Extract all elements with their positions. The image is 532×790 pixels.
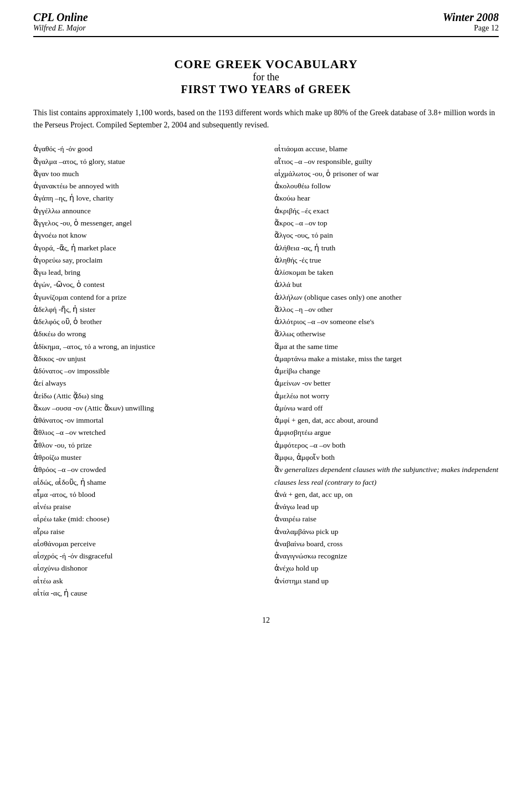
list-item: ἀναλαμβάνω pick up: [274, 526, 499, 538]
list-item: ἄγω lead, bring: [33, 266, 258, 279]
title-line2: for the: [33, 71, 499, 83]
list-item: ἀμείνων -ον better: [274, 377, 499, 389]
list-item: ἀείδω (Attic ᾄδω) sing: [33, 390, 258, 402]
list-item: αἰτιάομαι accuse, blame: [274, 143, 499, 155]
author-name: Wilfred E. Major: [33, 24, 88, 33]
list-item: ἀνίστημι stand up: [274, 575, 499, 587]
page-number-footer: 12: [262, 616, 270, 624]
list-item: ἀθάνατος -ον immortal: [33, 414, 258, 427]
list-item: ἀλλήλων (oblique cases only) one another: [274, 291, 499, 304]
list-item: ἀμείβω change: [274, 365, 499, 377]
journal-title: CPL Online: [33, 11, 88, 24]
list-item: ἀκολουθέω follow: [274, 180, 499, 192]
list-item: ἄγαλμα –ατος, τό glory, statue: [33, 156, 258, 168]
list-item: ἆθλον -ου, τό prize: [33, 439, 258, 452]
list-item: ἁλίσκομαι be taken: [274, 266, 499, 279]
list-item: αἴρω raise: [33, 526, 258, 538]
list-item: ἄλλως otherwise: [274, 328, 499, 340]
list-item: αἱρέω take (mid: choose): [33, 513, 258, 525]
list-item: ἀγορά, -ᾶς, ἡ market place: [33, 242, 258, 254]
list-item: ἀγορεύω say, proclaim: [33, 254, 258, 266]
list-item: ἅμα at the same time: [274, 341, 499, 353]
issue-season: Winter 2008: [443, 11, 499, 24]
list-item: ἀνά + gen, dat, acc up, on: [274, 489, 499, 501]
list-item: ἀγαθός -ή -όν good: [33, 143, 258, 155]
list-item: ἀμφισβητέω argue: [274, 427, 499, 439]
title-line3: FIRST TWO YEARS of GREEK: [33, 83, 499, 96]
header-right: Winter 2008 Page 12: [443, 11, 499, 33]
list-item: ἀθροίζω muster: [33, 452, 258, 464]
list-item: ἄγαν too much: [33, 168, 258, 180]
list-item: αἰνέω praise: [33, 501, 258, 513]
list-item: ἄν generalizes dependent clauses with th…: [274, 464, 499, 489]
list-item: ἄθλιος –α –ον wretched: [33, 427, 258, 439]
list-item: ἀγνοέω not know: [33, 229, 258, 242]
list-item: ἀνάγω lead up: [274, 501, 499, 513]
list-item: ἀγωνίζομαι contend for a prize: [33, 291, 258, 304]
list-item: ἀγών, -ῶνος, ὁ contest: [33, 279, 258, 291]
document-title: CORE GREEK VOCABULARY for the FIRST TWO …: [33, 57, 499, 96]
page-footer: 12: [33, 616, 499, 625]
list-item: ἀλλότριος –α –ον someone else's: [274, 316, 499, 328]
list-item: αἰσχύνω dishonor: [33, 562, 258, 574]
page-number-header: Page 12: [474, 24, 499, 33]
list-item: ἄκων –ουσα -ον (Attic ἄκων) unwilling: [33, 402, 258, 414]
list-item: ἀγάπη –ης, ἡ love, charity: [33, 192, 258, 204]
list-item: ἀδελφός οῦ, ὁ brother: [33, 316, 258, 328]
list-item: ἄμφω, ἀμφοῖν both: [274, 452, 499, 464]
page: CPL Online Wilfred E. Major Winter 2008 …: [0, 0, 532, 790]
list-item: αἰχμάλωτος -ου, ὁ prisoner of war: [274, 168, 499, 180]
right-column: αἰτιάομαι accuse, blameαἴτιος –α –ον res…: [274, 143, 499, 599]
list-item: ἀγγέλλω announce: [33, 205, 258, 217]
list-item: ἀλήθεια -ας, ἡ truth: [274, 242, 499, 254]
list-item: ἄδικος -ον unjust: [33, 353, 258, 365]
list-item: αἰσχρός -ή -όν disgraceful: [33, 550, 258, 562]
list-item: ἀλλά but: [274, 279, 499, 291]
list-item: ἄλλος –η –ον other: [274, 304, 499, 316]
list-item: ἀδίκημα, –ατος, τό a wrong, an injustice: [33, 341, 258, 353]
list-item: ἀνέχω hold up: [274, 562, 499, 574]
list-item: αἰσθάνομαι perceive: [33, 538, 258, 550]
list-item: αἰδώς, αἰδοῦς, ἡ shame: [33, 476, 258, 489]
vocabulary-columns: ἀγαθός -ή -όν goodἄγαλμα –ατος, τό glory…: [33, 143, 499, 599]
list-item: ἀδικέω do wrong: [33, 328, 258, 340]
list-item: ἀθρόος –α –ον crowded: [33, 464, 258, 476]
left-column: ἀγαθός -ή -όν goodἄγαλμα –ατος, τό glory…: [33, 143, 258, 599]
intro-paragraph: This list contains approximately 1,100 w…: [33, 107, 499, 131]
list-item: ἀγανακτέω be annoyed with: [33, 180, 258, 192]
title-line1: CORE GREEK VOCABULARY: [33, 57, 499, 71]
header-left: CPL Online Wilfred E. Major: [33, 11, 88, 33]
list-item: ἀδύνατος –ον impossible: [33, 365, 258, 377]
list-item: ἀμελέω not worry: [274, 390, 499, 402]
page-header: CPL Online Wilfred E. Major Winter 2008 …: [33, 0, 499, 37]
list-item: ἀεί always: [33, 377, 258, 389]
list-item: αἰτία -ας, ἡ cause: [33, 587, 258, 599]
list-item: ἀληθής -ές true: [274, 254, 499, 266]
list-item: ἀδελφή -ῆς, ἡ sister: [33, 304, 258, 316]
list-item: ἄγγελος -ου, ὁ messenger, angel: [33, 217, 258, 229]
list-item: ἀκριβής –ές exact: [274, 205, 499, 217]
list-item: ἀναβαίνω board, cross: [274, 538, 499, 550]
list-item: αἷμα -ατος, τό blood: [33, 489, 258, 501]
list-item: ἀναγιγνώσκω recognize: [274, 550, 499, 562]
list-item: ἀναιρέω raise: [274, 513, 499, 525]
list-item: ἀμφότερος –α –ον both: [274, 439, 499, 452]
list-item: ἀκούω hear: [274, 192, 499, 204]
list-item: αἰτέω ask: [33, 575, 258, 587]
list-item: ἀμφί + gen, dat, acc about, around: [274, 414, 499, 427]
list-item: ἄκρος –α –ον top: [274, 217, 499, 229]
list-item: ἄλγος -ους, τό pain: [274, 229, 499, 242]
list-item: ἀμύνω ward off: [274, 402, 499, 414]
list-item: αἴτιος –α –ον responsible, guilty: [274, 156, 499, 168]
list-item: ἁμαρτάνω make a mistake, miss the target: [274, 353, 499, 365]
